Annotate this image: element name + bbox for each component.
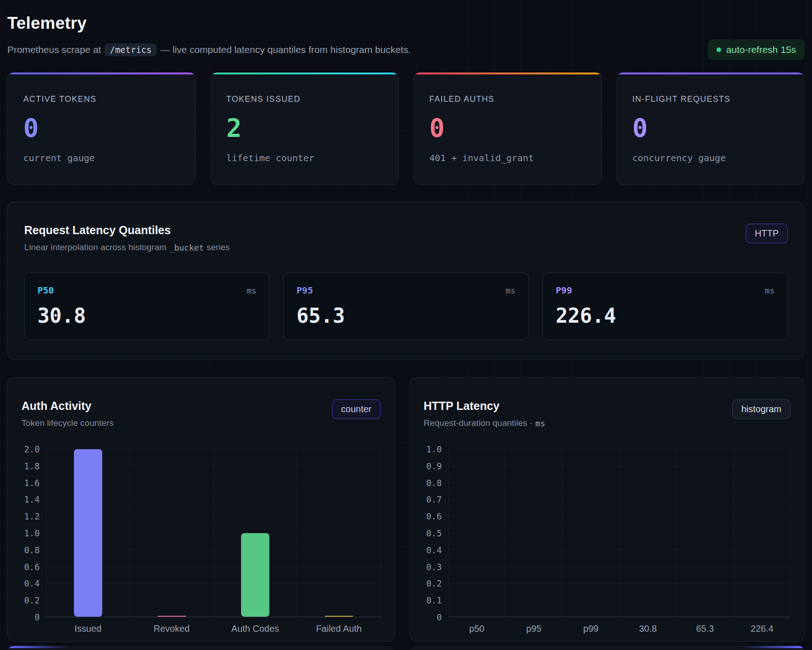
bar-revoked bbox=[158, 616, 186, 617]
x-tick-label: p50 bbox=[448, 624, 506, 634]
quantiles-subtitle-post: series bbox=[206, 242, 230, 252]
y-tick-label: 0.9 bbox=[426, 461, 442, 471]
http-latency-chart: 1.00.90.80.70.60.50.40.30.20.10p50p95p99… bbox=[424, 449, 791, 634]
quantile-label: P99 bbox=[556, 285, 572, 296]
stat-sub: lifetime counter bbox=[227, 152, 383, 163]
y-tick-label: 0.2 bbox=[426, 578, 442, 588]
stat-label: FAILED AUTHS bbox=[429, 94, 586, 104]
counter-badge: counter bbox=[332, 399, 381, 419]
stat-label: TOKENS ISSUED bbox=[227, 94, 383, 104]
v-gridline bbox=[46, 449, 47, 617]
y-tick-label: 1.4 bbox=[24, 494, 40, 504]
stat-accent-bar bbox=[211, 73, 399, 74]
stat-value: 0 bbox=[23, 115, 180, 141]
y-tick-label: 1.8 bbox=[24, 461, 40, 471]
stat-value: 0 bbox=[633, 115, 789, 141]
telemetry-page: Telemetry Prometheus scrape at /metrics … bbox=[0, 0, 812, 650]
stat-card-failed-auths: FAILED AUTHS 0 401 + invalid_grant bbox=[413, 72, 602, 185]
y-tick-label: 0.8 bbox=[24, 545, 40, 555]
y-tick-label: 2.0 bbox=[24, 444, 40, 454]
auth-activity-title: Auth Activity bbox=[21, 399, 114, 413]
metrics-endpoint-chip: /metrics bbox=[105, 43, 157, 56]
auth-activity-panel: Auth Activity Token lifecycle counters c… bbox=[7, 377, 395, 642]
y-axis: 2.01.81.61.41.21.00.80.60.40.20 bbox=[21, 449, 46, 617]
subtitle-pre: Prometheus scrape at bbox=[7, 44, 101, 55]
y-tick-label: 0 bbox=[437, 612, 442, 622]
request-latency-quantiles-panel: Request Latency Quantiles Linear interpo… bbox=[7, 201, 805, 360]
next-panel-row-cutoff bbox=[7, 646, 805, 650]
v-gridline bbox=[297, 449, 297, 617]
charts-row: Auth Activity Token lifecycle counters c… bbox=[7, 377, 805, 642]
page-subtitle: Prometheus scrape at /metrics — live com… bbox=[7, 43, 411, 56]
x-tick-label: 30.8 bbox=[619, 624, 676, 634]
v-gridline bbox=[676, 449, 677, 617]
y-tick-label: 0.6 bbox=[426, 511, 442, 521]
v-gridline bbox=[130, 449, 130, 617]
ms-code-text: ms bbox=[535, 419, 545, 428]
http-latency-title: HTTP Latency bbox=[424, 399, 545, 413]
bucket-code-text: _bucket bbox=[169, 243, 204, 252]
quantile-value: 65.3 bbox=[296, 306, 515, 326]
status-dot-icon bbox=[717, 47, 721, 52]
stat-label: ACTIVE TOKENS bbox=[23, 94, 180, 104]
y-tick-label: 0.6 bbox=[24, 562, 40, 572]
histogram-badge: histogram bbox=[732, 399, 791, 419]
quantiles-panel-head: Request Latency Quantiles Linear interpo… bbox=[24, 224, 788, 252]
v-gridline bbox=[380, 449, 381, 617]
quantiles-panel-title: Request Latency Quantiles bbox=[24, 224, 230, 237]
plot-area bbox=[46, 449, 381, 617]
y-tick-label: 1.6 bbox=[24, 478, 40, 488]
stat-card-inflight-requests: IN-FLIGHT REQUESTS 0 concurrency gauge bbox=[617, 72, 805, 185]
quantile-unit: ms bbox=[247, 286, 257, 295]
v-gridline bbox=[790, 449, 791, 617]
quantile-unit: ms bbox=[765, 286, 775, 295]
v-gridline bbox=[448, 449, 449, 617]
x-tick-label: Issued bbox=[46, 624, 130, 634]
quantiles-subtitle-pre: Linear interpolation across histogram bbox=[24, 242, 167, 252]
quantile-card-p50: P50 ms 30.8 bbox=[24, 273, 269, 340]
y-tick-label: 0.8 bbox=[426, 478, 442, 488]
x-tick-label: 226.4 bbox=[733, 624, 791, 634]
auth-activity-chart: 2.01.81.61.41.21.00.80.60.40.20IssuedRev… bbox=[21, 449, 381, 634]
stat-card-tokens-issued: TOKENS ISSUED 2 lifetime counter bbox=[211, 72, 399, 185]
y-tick-label: 0 bbox=[35, 612, 40, 622]
y-tick-label: 0.4 bbox=[426, 545, 442, 555]
stat-sub: concurrency gauge bbox=[633, 152, 789, 163]
y-tick-label: 1.0 bbox=[24, 528, 40, 538]
y-tick-label: 1.2 bbox=[24, 511, 40, 521]
subtitle-row: Prometheus scrape at /metrics — live com… bbox=[7, 39, 805, 60]
stat-accent-bar bbox=[414, 73, 601, 74]
stat-accent-bar bbox=[617, 73, 805, 74]
y-tick-label: 0.3 bbox=[426, 562, 442, 572]
x-tick-label: Revoked bbox=[130, 624, 213, 634]
stat-value: 0 bbox=[429, 115, 586, 141]
stat-value: 2 bbox=[227, 115, 383, 141]
stat-card-active-tokens: ACTIVE TOKENS 0 current gauge bbox=[7, 72, 196, 185]
next-panel-left-accent bbox=[7, 646, 395, 648]
y-axis: 1.00.90.80.70.60.50.40.30.20.10 bbox=[424, 449, 448, 617]
bar-failed-auth bbox=[325, 616, 353, 617]
next-panel-right-accent bbox=[410, 646, 805, 648]
http-latency-panel: HTTP Latency Request-duration quantiles … bbox=[410, 377, 805, 642]
v-gridline bbox=[505, 449, 506, 617]
page-title: Telemetry bbox=[7, 14, 805, 33]
quantile-card-p99: P99 ms 226.4 bbox=[543, 273, 788, 340]
x-axis-labels: IssuedRevokedAuth CodesFailed Auth bbox=[46, 617, 381, 634]
x-axis-labels: p50p95p9930.865.3226.4 bbox=[448, 617, 791, 634]
next-panel-left bbox=[7, 646, 395, 650]
subtitle-post: — live computed latency quantiles from h… bbox=[160, 44, 411, 55]
http-badge: HTTP bbox=[746, 224, 788, 243]
x-tick-label: p95 bbox=[505, 624, 562, 634]
x-tick-label: Failed Auth bbox=[297, 624, 380, 634]
quantile-value: 226.4 bbox=[556, 306, 775, 326]
quantile-label: P95 bbox=[296, 285, 313, 296]
stat-label: IN-FLIGHT REQUESTS bbox=[633, 94, 789, 104]
y-tick-label: 1.0 bbox=[426, 444, 442, 454]
quantiles-panel-subtitle: Linear interpolation across histogram _b… bbox=[24, 242, 230, 252]
plot-area bbox=[448, 449, 791, 617]
quantile-cards: P50 ms 30.8 P95 ms 65.3 P99 ms 226.4 bbox=[24, 273, 788, 340]
y-tick-label: 0.2 bbox=[24, 595, 40, 605]
http-latency-subtitle-pre: Request-duration quantiles · bbox=[424, 418, 533, 428]
stats-grid: ACTIVE TOKENS 0 current gauge TOKENS ISS… bbox=[7, 72, 805, 185]
quantile-label: P50 bbox=[37, 285, 54, 296]
